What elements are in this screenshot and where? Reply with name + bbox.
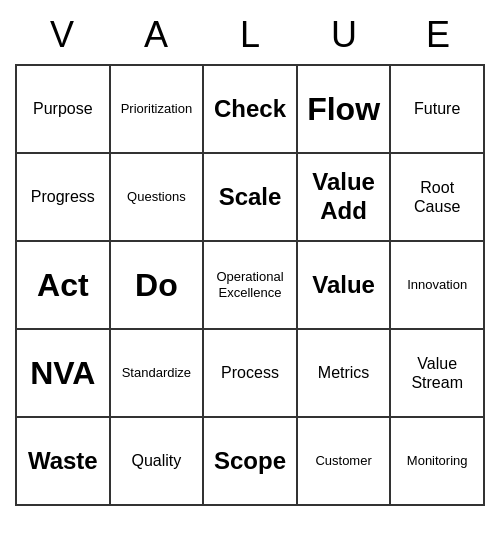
cell-4-0: Waste [17, 418, 111, 506]
cell-2-0: Act [17, 242, 111, 330]
cell-0-1: Prioritization [111, 66, 205, 154]
cell-text-3-1: Standardize [122, 365, 191, 381]
cell-text-3-2: Process [221, 363, 279, 382]
cell-text-0-2: Check [214, 95, 286, 124]
cell-3-0: NVA [17, 330, 111, 418]
cell-0-2: Check [204, 66, 298, 154]
cell-text-4-2: Scope [214, 447, 286, 476]
cell-text-1-1: Questions [127, 189, 186, 205]
title-letter-3: U [297, 10, 391, 60]
cell-text-2-1: Do [135, 266, 178, 304]
cell-2-3: Value [298, 242, 392, 330]
cell-text-1-2: Scale [219, 183, 282, 212]
cell-2-4: Innovation [391, 242, 485, 330]
cell-3-1: Standardize [111, 330, 205, 418]
cell-text-4-4: Monitoring [407, 453, 468, 469]
cell-text-2-4: Innovation [407, 277, 467, 293]
bingo-card: VALUE PurposePrioritizationCheckFlowFutu… [15, 10, 485, 506]
cell-0-4: Future [391, 66, 485, 154]
cell-text-2-0: Act [37, 266, 89, 304]
cell-1-0: Progress [17, 154, 111, 242]
cell-text-1-4: Root Cause [414, 178, 460, 216]
cell-0-0: Purpose [17, 66, 111, 154]
bingo-grid: PurposePrioritizationCheckFlowFutureProg… [15, 64, 485, 506]
cell-text-4-0: Waste [28, 447, 98, 476]
title-letter-2: L [203, 10, 297, 60]
cell-text-4-3: Customer [315, 453, 371, 469]
cell-text-3-3: Metrics [318, 363, 370, 382]
cell-2-2: Operational Excellence [204, 242, 298, 330]
cell-text-2-2: Operational Excellence [216, 269, 283, 300]
cell-3-4: Value Stream [391, 330, 485, 418]
cell-1-1: Questions [111, 154, 205, 242]
cell-4-1: Quality [111, 418, 205, 506]
cell-text-0-1: Prioritization [121, 101, 193, 117]
cell-text-2-3: Value [312, 271, 375, 300]
cell-text-1-0: Progress [31, 187, 95, 206]
title-row: VALUE [15, 10, 485, 60]
cell-text-3-0: NVA [30, 354, 95, 392]
cell-text-4-1: Quality [131, 451, 181, 470]
title-letter-1: A [109, 10, 203, 60]
cell-4-3: Customer [298, 418, 392, 506]
cell-text-0-3: Flow [307, 90, 380, 128]
cell-text-3-4: Value Stream [411, 354, 463, 392]
title-letter-0: V [15, 10, 109, 60]
cell-2-1: Do [111, 242, 205, 330]
cell-1-2: Scale [204, 154, 298, 242]
cell-4-4: Monitoring [391, 418, 485, 506]
cell-3-3: Metrics [298, 330, 392, 418]
cell-0-3: Flow [298, 66, 392, 154]
cell-3-2: Process [204, 330, 298, 418]
cell-1-4: Root Cause [391, 154, 485, 242]
cell-1-3: Value Add [298, 154, 392, 242]
cell-text-1-3: Value Add [312, 168, 375, 226]
cell-text-0-0: Purpose [33, 99, 93, 118]
cell-4-2: Scope [204, 418, 298, 506]
title-letter-4: E [391, 10, 485, 60]
cell-text-0-4: Future [414, 99, 460, 118]
